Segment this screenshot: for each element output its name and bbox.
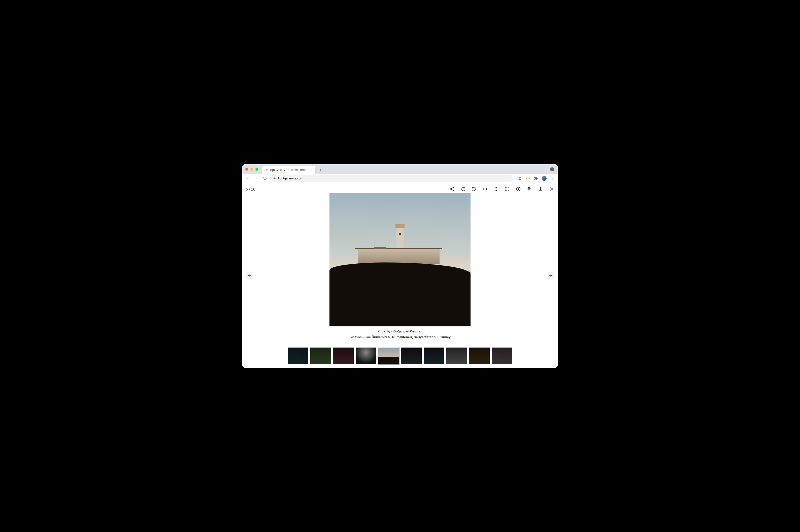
svg-point-4 xyxy=(552,179,553,180)
location-value: Koç Üniversitesi, Rumelifeneri, Sarıyer/… xyxy=(365,335,451,339)
gallery-stage: Photo by - Doğancan Özturan Location - K… xyxy=(242,193,558,340)
autoplay-icon[interactable] xyxy=(516,187,521,191)
extension-clock-icon[interactable] xyxy=(524,175,531,182)
bookmark-star-icon[interactable] xyxy=(516,175,523,182)
thumbnail-6[interactable] xyxy=(401,347,422,364)
close-icon[interactable] xyxy=(549,187,554,191)
window-minimize-button[interactable] xyxy=(250,168,253,171)
caption-prefix: Photo by - xyxy=(378,329,394,333)
caption-author: Doğancan Özturan xyxy=(394,329,423,333)
thumbnail-strip xyxy=(242,347,558,364)
zoom-icon[interactable] xyxy=(527,187,532,191)
browser-tab-strip: lightGallery - Full featured java xyxy=(242,164,558,174)
browser-window: lightGallery - Full featured java lightg… xyxy=(242,164,558,368)
toolbar-right xyxy=(516,175,556,182)
thumbnail-9[interactable] xyxy=(469,347,490,364)
rotate-left-icon[interactable] xyxy=(472,187,477,191)
url-input[interactable]: lightgalleryjs.com xyxy=(270,175,513,182)
image-caption: Photo by - Doğancan Özturan Location - K… xyxy=(349,329,451,340)
new-tab-button[interactable] xyxy=(317,166,324,173)
window-maximize-button[interactable] xyxy=(255,168,258,171)
thumbnail-3[interactable] xyxy=(333,347,354,364)
gallery-actions xyxy=(449,187,554,191)
rotate-right-icon[interactable] xyxy=(460,187,466,191)
flip-horizontal-icon[interactable] xyxy=(483,187,488,191)
image-counter: 5 / 10 xyxy=(246,187,255,191)
window-controls xyxy=(246,168,258,171)
profile-avatar[interactable] xyxy=(541,175,548,182)
thumbnail-4[interactable] xyxy=(356,347,376,364)
nav-back-button[interactable] xyxy=(244,175,251,182)
thumbnail-8[interactable] xyxy=(446,347,467,364)
tab-search-button[interactable] xyxy=(550,167,554,171)
extensions-puzzle-icon[interactable] xyxy=(532,175,540,182)
fullscreen-icon[interactable] xyxy=(505,187,510,191)
lock-icon xyxy=(273,177,276,180)
location-prefix: Location - xyxy=(349,335,365,339)
window-close-button[interactable] xyxy=(246,168,248,171)
tab-favicon-icon xyxy=(265,168,269,172)
nav-reload-button[interactable] xyxy=(261,175,269,182)
share-icon[interactable] xyxy=(449,187,454,191)
tab-close-icon[interactable] xyxy=(310,168,313,171)
tab-title: lightGallery - Full featured java xyxy=(270,168,308,172)
thumbnail-7[interactable] xyxy=(424,347,444,364)
svg-point-3 xyxy=(552,178,553,179)
gallery-toolbar: 5 / 10 xyxy=(242,183,558,195)
url-text: lightgalleryjs.com xyxy=(278,176,303,180)
thumbnail-1[interactable] xyxy=(288,347,308,364)
svg-point-2 xyxy=(552,177,553,178)
nav-forward-button[interactable] xyxy=(253,175,260,182)
avatar-icon xyxy=(542,176,547,181)
flip-vertical-icon[interactable] xyxy=(494,187,499,191)
current-image[interactable] xyxy=(329,193,471,326)
thumbnail-10[interactable] xyxy=(492,347,512,364)
browser-tab[interactable]: lightGallery - Full featured java xyxy=(262,166,315,174)
chrome-menu-button[interactable] xyxy=(549,175,556,182)
download-icon[interactable] xyxy=(538,187,543,191)
thumbnail-5[interactable] xyxy=(378,347,399,364)
thumbnail-2[interactable] xyxy=(310,347,331,364)
address-bar: lightgalleryjs.com xyxy=(242,174,558,183)
lightgallery-viewport: 5 / 10 xyxy=(242,183,558,368)
